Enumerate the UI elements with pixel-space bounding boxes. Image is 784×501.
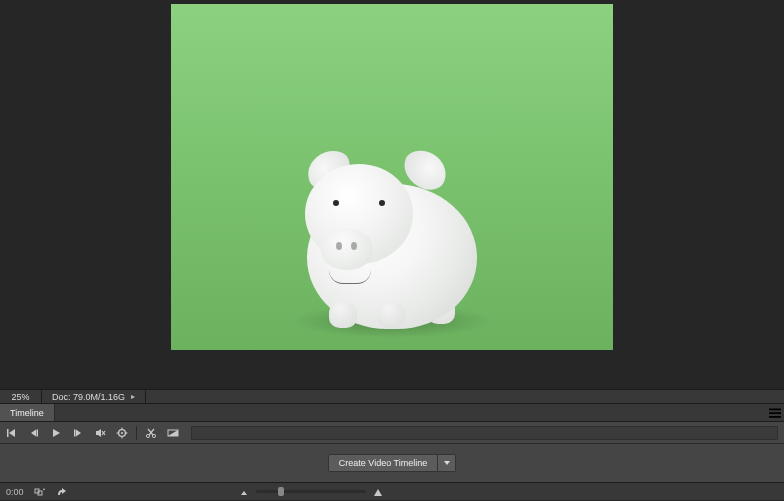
create-video-timeline-label: Create Video Timeline	[328, 454, 438, 472]
current-time-readout[interactable]: 0:00	[6, 487, 24, 497]
svg-marker-9	[76, 429, 81, 436]
chevron-down-icon	[443, 459, 451, 467]
timeline-toolbar	[0, 422, 784, 444]
canvas-image-content	[287, 142, 497, 332]
go-to-first-frame-icon[interactable]	[6, 427, 18, 439]
document-size-readout[interactable]: Doc: 79.0M/1.16G ▸	[42, 390, 146, 403]
svg-marker-24	[168, 430, 178, 436]
create-timeline-dropdown[interactable]	[438, 454, 456, 472]
tab-timeline[interactable]: Timeline	[0, 404, 55, 421]
svg-point-14	[121, 431, 123, 433]
panel-tab-strip: Timeline	[0, 404, 784, 422]
transition-icon[interactable]	[167, 427, 179, 439]
play-icon[interactable]	[50, 427, 62, 439]
panel-menu-icon[interactable]	[766, 404, 784, 421]
split-at-playhead-icon[interactable]	[145, 427, 157, 439]
previous-frame-icon[interactable]	[28, 427, 40, 439]
svg-rect-1	[769, 412, 781, 414]
svg-marker-25	[444, 461, 450, 465]
svg-rect-16	[121, 436, 122, 438]
render-video-icon[interactable]	[56, 486, 68, 498]
svg-marker-10	[96, 429, 101, 437]
svg-marker-29	[374, 489, 382, 496]
svg-marker-7	[53, 429, 60, 437]
svg-rect-8	[74, 429, 76, 436]
svg-rect-0	[769, 408, 781, 410]
timeline-zoom-slider[interactable]	[256, 490, 366, 493]
zoom-level-field[interactable]: 25%	[0, 390, 42, 403]
zoom-in-icon[interactable]	[372, 486, 384, 498]
svg-marker-5	[31, 429, 36, 436]
timeline-footer: 0:00	[0, 482, 784, 500]
svg-rect-6	[37, 429, 39, 436]
svg-rect-15	[121, 427, 122, 429]
document-size-text: Doc: 79.0M/1.16G	[52, 390, 125, 404]
playback-settings-icon[interactable]	[116, 427, 128, 439]
svg-rect-2	[769, 416, 781, 418]
time-ruler[interactable]	[191, 426, 778, 440]
zoom-out-icon[interactable]	[238, 486, 250, 498]
svg-marker-28	[241, 491, 247, 495]
svg-marker-4	[9, 429, 15, 437]
status-bar: 25% Doc: 79.0M/1.16G ▸	[0, 389, 784, 404]
svg-rect-18	[125, 432, 127, 433]
svg-rect-17	[117, 432, 119, 433]
zoom-slider-thumb[interactable]	[278, 487, 284, 496]
convert-frames-icon[interactable]	[34, 486, 46, 498]
svg-rect-3	[7, 429, 9, 437]
document-canvas[interactable]	[171, 4, 613, 350]
mute-audio-icon[interactable]	[94, 427, 106, 439]
next-frame-icon[interactable]	[72, 427, 84, 439]
timeline-body: Create Video Timeline	[0, 444, 784, 482]
canvas-area[interactable]	[0, 0, 784, 389]
create-video-timeline-button[interactable]: Create Video Timeline	[328, 454, 456, 472]
doc-info-chevron-icon[interactable]: ▸	[131, 390, 135, 404]
